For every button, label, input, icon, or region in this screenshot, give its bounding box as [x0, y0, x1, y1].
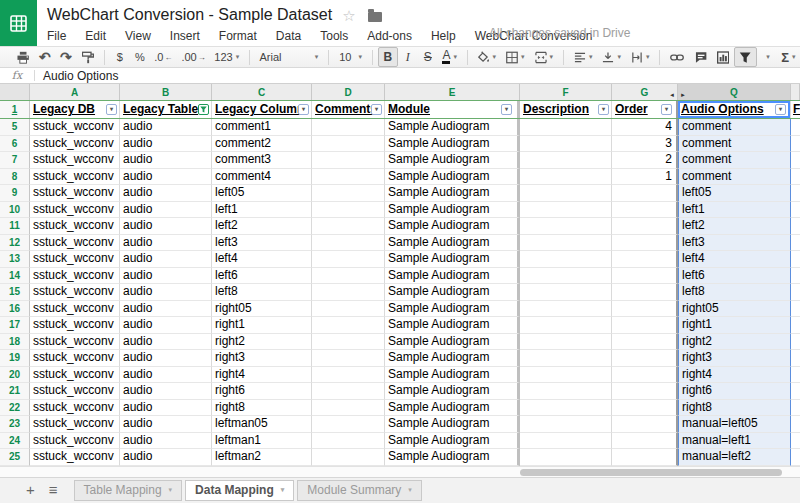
- row-number[interactable]: 23: [0, 416, 30, 433]
- cell-legacy-column[interactable]: left05: [212, 185, 312, 202]
- cell-module[interactable]: Sample Audiogram: [385, 251, 520, 268]
- cell-description[interactable]: [520, 367, 612, 384]
- cell-legacy-db[interactable]: sstuck_wcconv: [30, 383, 120, 400]
- menu-item[interactable]: Help: [431, 29, 456, 43]
- cell-audio-options[interactable]: manual=left1: [678, 433, 791, 450]
- cell-audio-options[interactable]: right8: [678, 400, 791, 417]
- cell-legacy-column[interactable]: left1: [212, 202, 312, 219]
- cell-audio-options[interactable]: comment: [678, 152, 791, 169]
- cell-legacy-db[interactable]: sstuck_wcconv: [30, 334, 120, 351]
- cell-description[interactable]: [520, 119, 612, 136]
- cell-order[interactable]: [612, 185, 678, 202]
- cell-module[interactable]: Sample Audiogram: [385, 317, 520, 334]
- cell-description[interactable]: [520, 202, 612, 219]
- menu-item[interactable]: Insert: [170, 29, 200, 43]
- horizontal-align-button[interactable]: ▾: [569, 47, 597, 67]
- cell-order[interactable]: [612, 284, 678, 301]
- paint-format-button[interactable]: [77, 47, 99, 67]
- cell-legacy-table[interactable]: audio: [120, 350, 212, 367]
- cell-order[interactable]: [612, 400, 678, 417]
- cell-legacy-column[interactable]: right6: [212, 383, 312, 400]
- cell-module[interactable]: Sample Audiogram: [385, 350, 520, 367]
- cell-order[interactable]: [612, 202, 678, 219]
- cell-audio-options[interactable]: right1: [678, 317, 791, 334]
- filter-dropdown-icon[interactable]: ▾: [371, 104, 382, 115]
- cell-partial[interactable]: [791, 416, 800, 433]
- cell-description[interactable]: [520, 400, 612, 417]
- cell-partial[interactable]: [791, 185, 800, 202]
- menu-item[interactable]: Data: [276, 29, 301, 43]
- column-header-e[interactable]: E: [385, 84, 520, 100]
- font-family-select[interactable]: Arial▾: [255, 47, 324, 67]
- header-cell-partial[interactable]: Fi: [791, 101, 800, 118]
- text-color-button[interactable]: A▾: [438, 47, 462, 67]
- cell-partial[interactable]: [791, 169, 800, 186]
- row-number[interactable]: 24: [0, 433, 30, 450]
- cell-legacy-table[interactable]: audio: [120, 185, 212, 202]
- format-percent-button[interactable]: %: [130, 47, 150, 67]
- cell-description[interactable]: [520, 185, 612, 202]
- cell-order[interactable]: [612, 317, 678, 334]
- cell-comments[interactable]: [312, 251, 385, 268]
- cell-module[interactable]: Sample Audiogram: [385, 185, 520, 202]
- header-cell-comments[interactable]: Comments▾: [312, 101, 385, 118]
- cell-module[interactable]: Sample Audiogram: [385, 202, 520, 219]
- cell-legacy-table[interactable]: audio: [120, 433, 212, 450]
- cell-partial[interactable]: [791, 383, 800, 400]
- cell-order[interactable]: [612, 350, 678, 367]
- cell-audio-options[interactable]: left05: [678, 185, 791, 202]
- cell-order[interactable]: [612, 235, 678, 252]
- cell-order[interactable]: 2: [612, 152, 678, 169]
- cell-description[interactable]: [520, 235, 612, 252]
- cell-partial[interactable]: [791, 400, 800, 417]
- cell-order[interactable]: 4: [612, 119, 678, 136]
- cell-legacy-table[interactable]: audio: [120, 202, 212, 219]
- cell-comments[interactable]: [312, 218, 385, 235]
- cell-legacy-column[interactable]: comment2: [212, 136, 312, 153]
- cell-legacy-db[interactable]: sstuck_wcconv: [30, 350, 120, 367]
- row-number[interactable]: 20: [0, 367, 30, 384]
- functions-button[interactable]: Σ▾: [777, 47, 800, 67]
- cell-description[interactable]: [520, 350, 612, 367]
- row-number[interactable]: 12: [0, 235, 30, 252]
- cell-legacy-db[interactable]: sstuck_wcconv: [30, 251, 120, 268]
- cell-partial[interactable]: [791, 433, 800, 450]
- menu-item[interactable]: Format: [219, 29, 257, 43]
- cell-comments[interactable]: [312, 350, 385, 367]
- cell-legacy-table[interactable]: audio: [120, 334, 212, 351]
- cell-comments[interactable]: [312, 284, 385, 301]
- row-number[interactable]: 18: [0, 334, 30, 351]
- column-header-d[interactable]: D: [312, 84, 385, 100]
- row-number[interactable]: 15: [0, 284, 30, 301]
- cell-legacy-db[interactable]: sstuck_wcconv: [30, 218, 120, 235]
- cell-legacy-table[interactable]: audio: [120, 119, 212, 136]
- decrease-decimal-button[interactable]: .0←: [150, 47, 177, 67]
- cell-legacy-column[interactable]: left2: [212, 218, 312, 235]
- cell-order[interactable]: [612, 334, 678, 351]
- row-number[interactable]: 14: [0, 268, 30, 285]
- row-number[interactable]: 10: [0, 202, 30, 219]
- cell-legacy-db[interactable]: sstuck_wcconv: [30, 367, 120, 384]
- row-number[interactable]: 11: [0, 218, 30, 235]
- cell-legacy-column[interactable]: left4: [212, 251, 312, 268]
- cell-module[interactable]: Sample Audiogram: [385, 367, 520, 384]
- row-number[interactable]: 22: [0, 400, 30, 417]
- formula-input[interactable]: Audio Options: [35, 69, 800, 83]
- strikethrough-button[interactable]: S: [418, 47, 438, 67]
- cell-legacy-table[interactable]: audio: [120, 268, 212, 285]
- cell-partial[interactable]: [791, 268, 800, 285]
- cell-module[interactable]: Sample Audiogram: [385, 268, 520, 285]
- header-cell-description[interactable]: Description▾: [520, 101, 612, 118]
- cell-legacy-db[interactable]: sstuck_wcconv: [30, 152, 120, 169]
- cell-legacy-column[interactable]: left8: [212, 284, 312, 301]
- cell-audio-options[interactable]: right4: [678, 367, 791, 384]
- filter-button[interactable]: [734, 47, 756, 67]
- cell-description[interactable]: [520, 416, 612, 433]
- cell-description[interactable]: [520, 218, 612, 235]
- cell-partial[interactable]: [791, 367, 800, 384]
- cell-comments[interactable]: [312, 152, 385, 169]
- cell-description[interactable]: [520, 268, 612, 285]
- cell-legacy-column[interactable]: right2: [212, 334, 312, 351]
- cell-partial[interactable]: [791, 136, 800, 153]
- cell-legacy-table[interactable]: audio: [120, 317, 212, 334]
